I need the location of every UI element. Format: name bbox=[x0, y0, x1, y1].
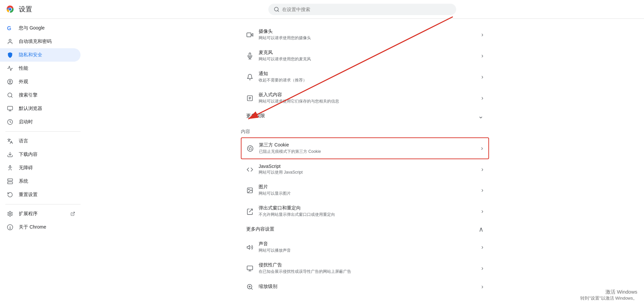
javascript-title: JavaScript bbox=[259, 164, 476, 169]
notification-chevron-icon: › bbox=[481, 73, 483, 80]
zoom-title: 缩放级别 bbox=[259, 284, 476, 290]
setting-row-third-party-cookie[interactable]: 第三方 Cookie 已阻止无痕模式下的第三方 Cookie › bbox=[241, 137, 489, 159]
sidebar-item-label-language: 语言 bbox=[19, 138, 75, 144]
more-content-label: 更多内容设置 bbox=[246, 226, 274, 232]
sound-icon bbox=[247, 244, 253, 251]
popup-row-text: 弹出式窗口和重定向 不允许网站显示弹出式窗口口或使用重定向 bbox=[259, 205, 476, 218]
more-permissions-label: 更多权限 bbox=[246, 113, 265, 119]
sound-subtitle: 网站可以播放声音 bbox=[259, 248, 476, 253]
sidebar-item-appearance[interactable]: 外观 bbox=[0, 75, 80, 88]
google-icon: G bbox=[7, 25, 13, 32]
main-content: 摄像头 网站可以请求使用您的摄像头 › 麦克风 网站可以请求 bbox=[86, 19, 644, 308]
popup-icon bbox=[247, 208, 253, 215]
popup-title: 弹出式窗口和重定向 bbox=[259, 205, 476, 211]
camera-icon bbox=[247, 32, 253, 38]
sidebar-item-search[interactable]: 搜索引擎 bbox=[0, 88, 80, 102]
sidebar-item-extensions[interactable]: 扩展程序 bbox=[0, 207, 80, 221]
svg-point-2 bbox=[9, 8, 11, 10]
sidebar-item-label-browser: 默认浏览器 bbox=[19, 106, 75, 112]
camera-subtitle: 网站可以请求使用您的摄像头 bbox=[259, 35, 476, 41]
sidebar-item-label-extensions: 扩展程序 bbox=[19, 211, 65, 217]
search-bar[interactable] bbox=[268, 4, 456, 15]
embedded-title: 嵌入式内容 bbox=[259, 92, 476, 98]
setting-row-zoom[interactable]: 缩放级别 › bbox=[241, 279, 489, 295]
javascript-chevron-icon: › bbox=[481, 166, 483, 173]
notification-row-text: 通知 收起不需要的请求（推荐） bbox=[259, 71, 476, 83]
setting-row-embedded[interactable]: 嵌入式内容 网站可以请求使用它们保存的与您相关的信息 › bbox=[241, 87, 489, 109]
svg-line-4 bbox=[278, 10, 279, 11]
sidebar-item-performance[interactable]: 性能 bbox=[0, 62, 80, 75]
images-subtitle: 网站可以显示图片 bbox=[259, 191, 476, 196]
sidebar-item-startup[interactable]: 启动时 bbox=[0, 115, 80, 129]
sidebar-item-label-privacy: 隐私和安全 bbox=[19, 52, 75, 58]
sidebar-divider-1 bbox=[5, 131, 80, 132]
javascript-subtitle: 网站可以使用 JavaScript bbox=[259, 170, 476, 175]
download-icon bbox=[7, 151, 13, 158]
chrome-logo bbox=[5, 5, 15, 14]
setting-row-javascript[interactable]: JavaScript 网站可以使用 JavaScript › bbox=[241, 159, 489, 180]
microphone-chevron-icon: › bbox=[481, 52, 483, 59]
setting-row-popup[interactable]: 弹出式窗口和重定向 不允许网站显示弹出式窗口口或使用重定向 › bbox=[241, 201, 489, 222]
images-chevron-icon: › bbox=[481, 187, 483, 194]
embedded-row-text: 嵌入式内容 网站可以请求使用它们保存的与您相关的信息 bbox=[259, 92, 476, 104]
sidebar-item-download[interactable]: 下载内容 bbox=[0, 148, 80, 161]
sidebar-item-system[interactable]: 系统 bbox=[0, 175, 80, 188]
setting-row-camera[interactable]: 摄像头 网站可以请求使用您的摄像头 › bbox=[241, 24, 489, 45]
cookie-subtitle: 已阻止无痕模式下的第三方 Cookie bbox=[259, 149, 476, 155]
camera-chevron-icon: › bbox=[481, 31, 483, 38]
zoom-chevron-icon: › bbox=[481, 283, 483, 290]
embedded-icon bbox=[247, 95, 253, 102]
svg-point-21 bbox=[9, 213, 11, 215]
microphone-row-text: 麦克风 网站可以请求使用您的麦克风 bbox=[259, 50, 476, 62]
sidebar-item-browser[interactable]: 默认浏览器 bbox=[0, 102, 80, 115]
search-input[interactable] bbox=[282, 7, 451, 12]
cookie-title: 第三方 Cookie bbox=[259, 142, 476, 148]
startup-icon bbox=[7, 119, 13, 125]
sidebar-item-label-autofill: 自动填充和密码 bbox=[19, 39, 75, 45]
sidebar-item-label-startup: 启动时 bbox=[19, 119, 75, 125]
sidebar-item-reset[interactable]: 重置设置 bbox=[0, 188, 80, 201]
sidebar-item-label-performance: 性能 bbox=[19, 65, 75, 71]
setting-row-ads[interactable]: 侵扰性广告 在已知会展示侵扰性或误导性广告的网站上屏蔽广告 › bbox=[241, 258, 489, 279]
sidebar-item-language[interactable]: 语言 bbox=[0, 134, 80, 148]
sidebar-item-autofill[interactable]: 自动填充和密码 bbox=[0, 35, 80, 48]
svg-rect-26 bbox=[247, 33, 251, 37]
search-engine-icon bbox=[7, 92, 13, 99]
zoom-row-text: 缩放级别 bbox=[259, 284, 476, 290]
ads-chevron-icon: › bbox=[481, 265, 483, 272]
svg-marker-37 bbox=[247, 245, 250, 249]
more-permissions-chevron-icon: ⌄ bbox=[478, 112, 484, 120]
more-permissions-row[interactable]: 更多权限 ⌄ bbox=[241, 109, 489, 123]
sidebar-item-label-search: 搜索引擎 bbox=[19, 92, 75, 98]
sidebar-item-about[interactable]: 关于 Chrome bbox=[0, 221, 80, 234]
setting-row-microphone[interactable]: 麦克风 网站可以请求使用您的麦克风 › bbox=[241, 45, 489, 66]
more-content-row[interactable]: 更多内容设置 ∧ bbox=[241, 222, 489, 237]
notification-title: 通知 bbox=[259, 71, 476, 77]
svg-line-10 bbox=[11, 96, 12, 97]
ads-icon bbox=[247, 265, 253, 272]
setting-row-notification[interactable]: 通知 收起不需要的请求（推荐） › bbox=[241, 66, 489, 87]
javascript-icon bbox=[247, 166, 253, 173]
popup-subtitle: 不允许网站显示弹出式窗口口或使用重定向 bbox=[259, 212, 476, 218]
privacy-icon bbox=[7, 52, 13, 58]
sidebar-item-label-appearance: 外观 bbox=[19, 79, 75, 85]
system-icon bbox=[7, 178, 13, 185]
microphone-title: 麦克风 bbox=[259, 50, 476, 56]
svg-point-24 bbox=[10, 226, 10, 227]
sidebar-item-privacy[interactable]: 隐私和安全 bbox=[0, 48, 80, 62]
notification-subtitle: 收起不需要的请求（推荐） bbox=[259, 77, 476, 83]
setting-row-sound[interactable]: 声音 网站可以播放声音 › bbox=[241, 237, 489, 258]
images-row-text: 图片 网站可以显示图片 bbox=[259, 184, 476, 196]
performance-icon bbox=[7, 65, 13, 72]
content-inner: 摄像头 网站可以请求使用您的摄像头 › 麦克风 网站可以请求 bbox=[241, 19, 489, 308]
zoom-icon bbox=[247, 284, 253, 290]
svg-rect-11 bbox=[8, 106, 13, 110]
autofill-icon bbox=[7, 38, 13, 45]
sidebar-item-label-reset: 重置设置 bbox=[19, 192, 75, 198]
embedded-subtitle: 网站可以请求使用它们保存的与您相关的信息 bbox=[259, 99, 476, 104]
browser-icon bbox=[7, 105, 13, 112]
setting-row-images[interactable]: 图片 网站可以显示图片 › bbox=[241, 180, 489, 201]
extensions-icon bbox=[7, 210, 13, 217]
sidebar-item-google[interactable]: G 您与 Google bbox=[0, 21, 80, 35]
sidebar-item-accessibility[interactable]: 无障碍 bbox=[0, 161, 80, 175]
